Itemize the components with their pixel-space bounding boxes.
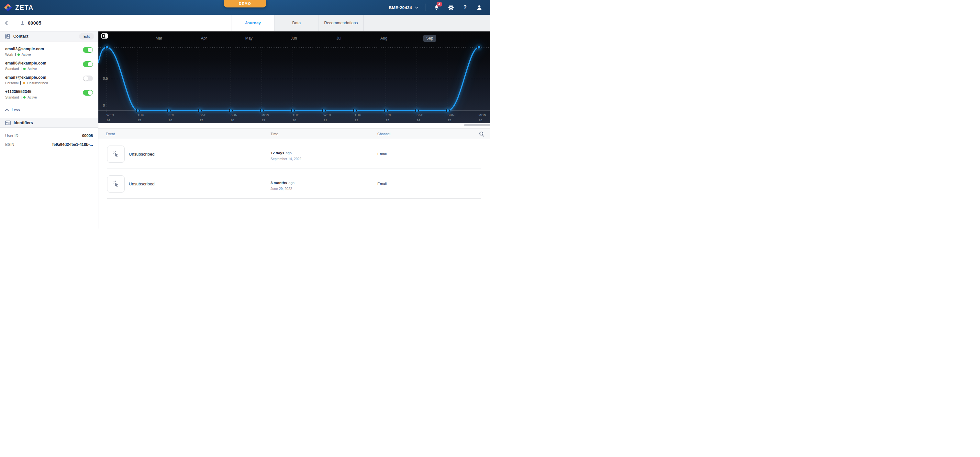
identifier-label: BSIN [5,142,14,147]
contact-section-title: Contact [13,34,79,38]
tab-recommendations[interactable]: Recommendations [318,15,364,31]
app-window: ZETA DEMO BME-20424 3 [0,0,490,228]
contact-status: Active [27,95,37,99]
sidebar: Contact Edit email3@sample.comWorkActive… [0,32,99,228]
navbar-right: BME-20424 3 [389,0,490,15]
day-of-week: FRI [385,113,406,117]
brand[interactable]: ZETA [0,3,33,12]
column-header-channel: Channel [377,132,391,136]
event-row[interactable]: Unsubscribed12 days agoSeptember 14, 202… [99,139,490,169]
event-time: 12 days agoSeptember 14, 2022 [270,150,301,161]
person-icon [21,21,25,25]
search-icon[interactable] [479,131,484,137]
contact-toggle[interactable] [83,90,93,96]
contact-type: Work [5,53,13,56]
x-axis-day-label: SUN18 [231,113,251,122]
event-channel: Email [377,182,387,186]
day-date: 21 [324,118,344,122]
collapse-contacts-button[interactable]: Less [0,104,98,112]
settings-button[interactable] [447,4,454,11]
day-of-week: THU [138,113,158,117]
contact-section-header: Contact Edit [0,32,98,42]
tab-data[interactable]: Data [275,15,318,31]
help-button[interactable]: ? [461,4,469,11]
day-date: 16 [169,118,189,122]
toggle-knob [88,62,92,67]
notifications-button[interactable]: 3 [433,4,440,11]
time-relative: 3 months [270,181,287,185]
column-header-time: Time [270,132,278,136]
day-of-week: SUN [231,113,251,117]
horizontal-scrollbar-thumb[interactable] [464,124,490,126]
edit-contact-button[interactable]: Edit [79,33,94,40]
time-date: June 29, 2022 [270,187,294,190]
collapse-contacts-label: Less [12,108,20,112]
toggle-knob [88,48,92,53]
event-name: Unsubscribed [129,152,155,157]
chevron-up-icon [5,109,9,111]
y-axis-label: 0.5 [103,77,108,80]
identifiers-section-title: Identifiers [14,121,94,125]
identifiers-section-header: Identifiers [0,118,98,128]
contact-subline: StandardActive [5,67,79,71]
day-date: 23 [385,118,406,122]
day-date: 14 [107,118,127,122]
time-suffix: ago [286,151,292,155]
contact-item: +11235552345StandardActive [0,89,98,103]
day-of-week: SUN [448,113,468,117]
x-axis-day-label: SAT17 [199,113,220,122]
day-of-week: THU [355,113,375,117]
day-of-week: MON [261,113,282,117]
time-relative: 12 days [270,151,284,155]
day-of-week: TUE [293,113,313,117]
x-axis-day-label: WED21 [324,113,344,122]
contact-subline: WorkActive [5,53,79,56]
status-dot-icon [23,96,25,99]
chevron-left-icon [5,21,8,26]
event-row[interactable]: Unsubscribed3 months agoJune 29, 2022Ema… [99,169,490,199]
contact-item: email7@example.comPersonalUnsubscribed [0,75,98,89]
day-date: 22 [355,118,375,122]
contact-value: email7@example.com [5,75,79,80]
contact-type: Standard [5,67,19,71]
contact-toggle[interactable] [83,61,93,67]
cursor-click-icon [112,180,120,188]
x-axis-day-label: FRI23 [385,113,406,122]
contact-toggle[interactable] [83,47,93,53]
event-channel: Email [377,152,387,156]
day-date: 20 [293,118,313,122]
contact-status: Active [22,53,31,56]
account-dropdown[interactable]: BME-20424 [389,5,418,10]
x-axis-day-label: THU22 [355,113,375,122]
entity-header: 00005 [16,21,41,26]
page-header: 00005 JourneyDataRecommendations [0,15,490,32]
page-title: 00005 [28,21,41,26]
status-dot-icon [23,82,25,84]
contact-card-icon [5,34,10,39]
identifier-value: 00005 [82,134,93,138]
notification-badge: 3 [437,2,442,6]
identifier-row: BSINfe9a94d2-fbe1-418b-... [5,142,93,147]
contact-toggle[interactable] [83,75,93,81]
x-axis-day-label: MON19 [261,113,282,122]
x-axis-day-label: SAT24 [417,113,437,122]
time-date: September 14, 2022 [270,157,301,161]
subline-divider [21,81,21,85]
back-button[interactable] [0,15,13,31]
events-table-header: EventTimeChannel [99,128,490,139]
subline-divider [15,53,16,56]
svg-text:?: ? [463,5,467,10]
day-date: 15 [138,118,158,122]
profile-button[interactable] [476,4,483,11]
event-time: 3 months agoJune 29, 2022 [270,179,294,190]
tab-journey[interactable]: Journey [231,15,275,31]
day-of-week: WED [107,113,127,117]
chart-plot [99,32,490,123]
x-axis-day-label: MON26 [479,113,490,122]
journey-timeline-chart: MarAprMayJunJulAugSep10.50WED14THU15FRI1… [99,32,490,123]
account-label: BME-20424 [389,5,412,10]
day-of-week: FRI [169,113,189,117]
user-icon [476,5,482,10]
x-axis-day-label: THU15 [138,113,158,122]
column-header-event: Event [106,132,115,136]
